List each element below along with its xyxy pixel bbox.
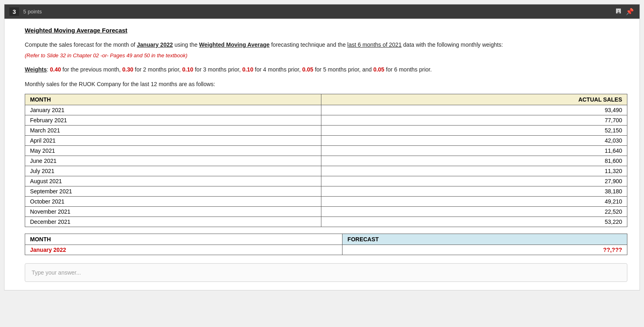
question-header: 3 5 points 🖪 📌 — [4, 4, 640, 19]
sales-cell: 38,180 — [321, 186, 627, 196]
question-number: 3 — [9, 7, 19, 16]
table-row: June 202181,600 — [25, 156, 627, 166]
month-cell: February 2021 — [25, 115, 321, 125]
table-row: April 202142,030 — [25, 135, 627, 145]
forecast-table: MONTH FORECAST January 2022??,??? — [25, 234, 627, 255]
monthly-sales-intro: Monthly sales for the RUOK Company for t… — [25, 81, 627, 87]
table-row: February 202177,700 — [25, 115, 627, 125]
intro-bold1: January 2022 — [137, 41, 173, 48]
weight-6: 0.05 — [373, 66, 384, 73]
weights-desc-4: for 4 months prior, — [253, 66, 302, 73]
intro-part1: Compute the sales forecast for the month… — [25, 41, 137, 48]
sales-cell: 52,150 — [321, 125, 627, 135]
weights-desc-2: for 2 months prior, — [133, 66, 182, 73]
sales-cell: 42,030 — [321, 135, 627, 145]
table-row: December 202153,220 — [25, 217, 627, 227]
weights-text: Weights: 0.40 for the previous month, 0.… — [25, 65, 627, 74]
page-container: 3 5 points 🖪 📌 Weighted Moving Average F… — [0, 0, 644, 295]
month-cell: November 2021 — [25, 206, 321, 217]
sales-cell: 81,600 — [321, 156, 627, 166]
tables-section: MONTH ACTUAL SALES January 202193,490Feb… — [25, 94, 627, 255]
question-intro: Compute the sales forecast for the month… — [25, 40, 627, 49]
intro-part2: using the — [173, 41, 199, 48]
intro-part3: forecasting technique and the — [269, 41, 347, 48]
reference-text: (Refer to Slide 32 in Chapter 02 -or- Pa… — [25, 52, 627, 58]
sales-header-month: MONTH — [25, 94, 321, 105]
sales-header-actual: ACTUAL SALES — [321, 94, 627, 105]
forecast-month-cell: January 2022 — [25, 245, 342, 255]
month-cell: April 2021 — [25, 135, 321, 145]
month-cell: May 2021 — [25, 145, 321, 156]
table-row: September 202138,180 — [25, 186, 627, 196]
header-left: 3 5 points — [9, 7, 42, 16]
answer-input[interactable]: Type your answer... — [25, 263, 627, 282]
month-cell: July 2021 — [25, 166, 321, 176]
weights-desc-1: for the previous month, — [61, 66, 122, 73]
weights-desc-6: for 6 months prior. — [384, 66, 432, 73]
table-row: October 202149,210 — [25, 196, 627, 206]
table-row: July 202111,320 — [25, 166, 627, 176]
table-row: May 202111,640 — [25, 145, 627, 156]
forecast-header-forecast: FORECAST — [342, 234, 627, 245]
weight-5: 0.05 — [302, 66, 313, 73]
question-points: 5 points — [23, 9, 42, 15]
weights-desc-3: for 3 months prior, — [193, 66, 242, 73]
month-cell: June 2021 — [25, 156, 321, 166]
forecast-value-cell: ??,??? — [342, 245, 627, 255]
sales-cell: 49,210 — [321, 196, 627, 206]
intro-underline: last 6 months of 2021 — [347, 41, 402, 48]
sales-table: MONTH ACTUAL SALES January 202193,490Feb… — [25, 94, 627, 227]
sales-cell: 22,520 — [321, 206, 627, 217]
month-cell: September 2021 — [25, 186, 321, 196]
question-title: Weighted Moving Average Forecast — [25, 27, 627, 34]
question-body: Weighted Moving Average Forecast Compute… — [4, 19, 640, 290]
weights-label: Weights — [25, 66, 47, 73]
table-row: March 202152,150 — [25, 125, 627, 135]
weight-4: 0.10 — [242, 66, 253, 73]
sales-cell: 11,640 — [321, 145, 627, 156]
answer-placeholder: Type your answer... — [32, 269, 81, 276]
month-cell: January 2021 — [25, 105, 321, 115]
month-cell: December 2021 — [25, 217, 321, 227]
intro-bold2: Weighted Moving Average — [199, 41, 270, 48]
calculator-icon[interactable]: 🖪 — [614, 7, 622, 16]
intro-part4: data with the following monthly weights: — [402, 41, 503, 48]
sales-cell: 53,220 — [321, 217, 627, 227]
sales-cell: 11,320 — [321, 166, 627, 176]
sales-cell: 93,490 — [321, 105, 627, 115]
month-cell: October 2021 — [25, 196, 321, 206]
sales-cell: 27,900 — [321, 176, 627, 186]
forecast-row: January 2022??,??? — [25, 245, 627, 255]
table-row: January 202193,490 — [25, 105, 627, 115]
weight-3: 0.10 — [182, 66, 193, 73]
table-row: August 202127,900 — [25, 176, 627, 186]
weight-1: 0.40 — [50, 66, 61, 73]
header-icons: 🖪 📌 — [614, 7, 635, 16]
table-row: November 202122,520 — [25, 206, 627, 217]
weights-colon: : — [47, 66, 50, 73]
pin-icon[interactable]: 📌 — [625, 7, 635, 16]
weights-desc-5: for 5 months prior, and — [313, 66, 373, 73]
weight-2: 0.30 — [122, 66, 133, 73]
month-cell: March 2021 — [25, 125, 321, 135]
month-cell: August 2021 — [25, 176, 321, 186]
forecast-header-month: MONTH — [25, 234, 342, 245]
question-card: 3 5 points 🖪 📌 Weighted Moving Average F… — [4, 4, 640, 290]
sales-cell: 77,700 — [321, 115, 627, 125]
